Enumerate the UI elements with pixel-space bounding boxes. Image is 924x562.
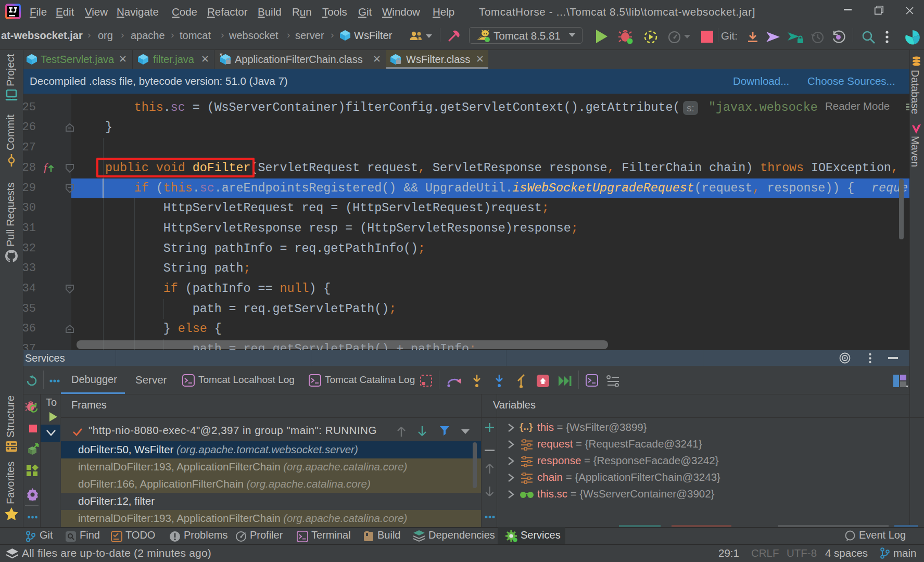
svg-text:*: *: [220, 54, 223, 61]
svg-text:f: f: [44, 162, 48, 173]
